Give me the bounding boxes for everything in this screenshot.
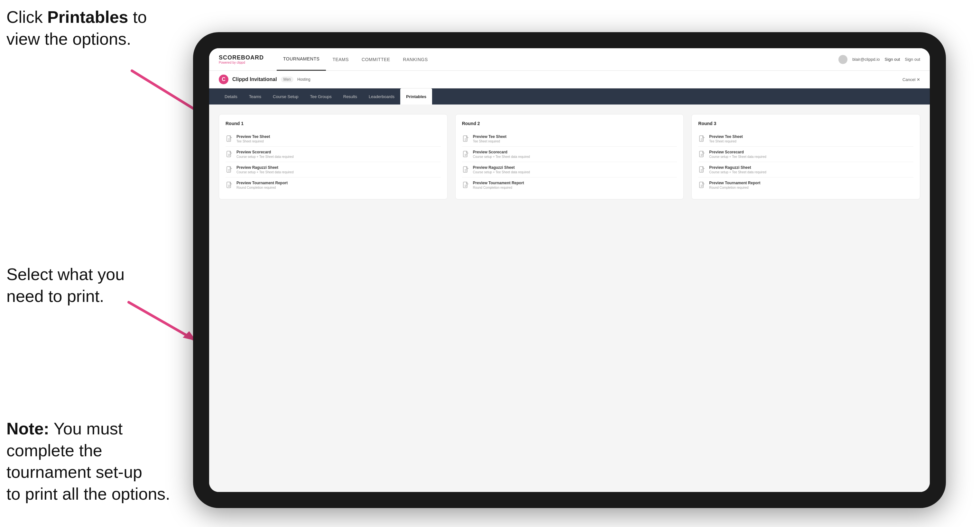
- print-item-subtitle-2-4: Round Completion required: [473, 186, 524, 189]
- print-item-2-4[interactable]: Preview Tournament ReportRound Completio…: [462, 178, 677, 193]
- print-item-1-2[interactable]: Preview ScorecardCourse setup + Tee Shee…: [226, 147, 441, 162]
- tab-leaderboards[interactable]: Leaderboards: [363, 89, 400, 105]
- print-item-2-2[interactable]: Preview ScorecardCourse setup + Tee Shee…: [462, 147, 677, 162]
- round-title-1: Round 1: [226, 121, 441, 126]
- file-icon: [462, 151, 470, 158]
- tab-printables[interactable]: Printables: [400, 89, 432, 105]
- file-icon: [462, 135, 470, 143]
- print-item-subtitle-1-4: Round Completion required: [237, 186, 288, 189]
- print-item-subtitle-3-4: Round Completion required: [709, 186, 760, 189]
- file-icon: [226, 151, 233, 158]
- round-section-3: Round 3 Preview Tee SheetTee Sheet requi…: [691, 114, 920, 199]
- round-title-2: Round 2: [462, 121, 677, 126]
- tournament-status: Hosting: [297, 77, 310, 82]
- annotation-middle: Select what youneed to print.: [6, 264, 124, 307]
- tournament-name: Clippd Invitational: [232, 76, 277, 82]
- nav-item-rankings[interactable]: RANKINGS: [397, 48, 434, 71]
- top-nav-right: blair@clippd.io Sign out Sign out: [838, 55, 920, 64]
- print-item-text-1-2: Preview ScorecardCourse setup + Tee Shee…: [237, 150, 293, 159]
- file-icon: [226, 181, 233, 189]
- file-icon: [462, 166, 470, 174]
- print-item-title-3-4: Preview Tournament Report: [709, 181, 760, 185]
- print-item-subtitle-1-1: Tee Sheet required: [237, 140, 270, 143]
- nav-item-committee[interactable]: COMMITTEE: [355, 48, 397, 71]
- tournament-header: C Clippd Invitational Men Hosting Cancel…: [209, 71, 930, 89]
- round-title-3: Round 3: [698, 121, 913, 126]
- file-icon: [226, 135, 233, 143]
- file-icon: [462, 181, 470, 189]
- print-item-text-2-3: Preview Raguzzi SheetCourse setup + Tee …: [473, 165, 530, 174]
- round-section-2: Round 2 Preview Tee SheetTee Sheet requi…: [455, 114, 684, 199]
- annotation-bottom: Note: You mustcomplete thetournament set…: [6, 418, 170, 505]
- print-item-3-1[interactable]: Preview Tee SheetTee Sheet required: [698, 131, 913, 147]
- print-item-text-2-2: Preview ScorecardCourse setup + Tee Shee…: [473, 150, 530, 159]
- tournament-title-row: C Clippd Invitational Men Hosting: [219, 75, 310, 84]
- print-item-title-1-3: Preview Raguzzi Sheet: [237, 165, 293, 170]
- user-email: blair@clippd.io: [852, 57, 880, 62]
- brand-title: SCOREBOARD: [219, 55, 264, 60]
- sub-nav: Details Teams Course Setup Tee Groups Re…: [209, 89, 930, 105]
- print-item-subtitle-2-2: Course setup + Tee Sheet data required: [473, 155, 530, 159]
- print-item-subtitle-1-3: Course setup + Tee Sheet data required: [237, 170, 293, 174]
- print-item-subtitle-2-1: Tee Sheet required: [473, 140, 507, 143]
- main-nav: TOURNAMENTS TEAMS COMMITTEE RANKINGS: [277, 48, 838, 71]
- print-item-text-3-1: Preview Tee SheetTee Sheet required: [709, 134, 743, 143]
- tab-course-setup[interactable]: Course Setup: [267, 89, 304, 105]
- print-item-text-3-4: Preview Tournament ReportRound Completio…: [709, 181, 760, 189]
- print-item-3-3[interactable]: Preview Raguzzi SheetCourse setup + Tee …: [698, 162, 913, 178]
- annotation-printables-bold: Printables: [47, 8, 128, 26]
- print-item-subtitle-3-1: Tee Sheet required: [709, 140, 743, 143]
- print-item-title-3-1: Preview Tee Sheet: [709, 134, 743, 139]
- print-item-title-2-4: Preview Tournament Report: [473, 181, 524, 185]
- print-item-title-3-3: Preview Raguzzi Sheet: [709, 165, 766, 170]
- tournament-badge: Men: [281, 76, 293, 82]
- brand-subtitle: Powered by clippd: [219, 61, 264, 64]
- print-item-3-4[interactable]: Preview Tournament ReportRound Completio…: [698, 178, 913, 193]
- print-item-title-1-4: Preview Tournament Report: [237, 181, 288, 185]
- file-icon: [698, 151, 706, 158]
- brand: SCOREBOARD Powered by clippd: [219, 55, 264, 64]
- print-item-text-1-4: Preview Tournament ReportRound Completio…: [237, 181, 288, 189]
- print-item-1-1[interactable]: Preview Tee SheetTee Sheet required: [226, 131, 441, 147]
- rounds-grid: Round 1 Preview Tee SheetTee Sheet requi…: [219, 114, 920, 199]
- print-item-2-3[interactable]: Preview Raguzzi SheetCourse setup + Tee …: [462, 162, 677, 178]
- print-item-text-1-1: Preview Tee SheetTee Sheet required: [237, 134, 270, 143]
- top-nav: SCOREBOARD Powered by clippd TOURNAMENTS…: [209, 48, 930, 71]
- print-item-text-3-3: Preview Raguzzi SheetCourse setup + Tee …: [709, 165, 766, 174]
- print-item-subtitle-2-3: Course setup + Tee Sheet data required: [473, 170, 530, 174]
- user-avatar: [838, 55, 848, 64]
- print-item-text-2-4: Preview Tournament ReportRound Completio…: [473, 181, 524, 189]
- print-item-1-4[interactable]: Preview Tournament ReportRound Completio…: [226, 178, 441, 193]
- print-item-title-2-3: Preview Raguzzi Sheet: [473, 165, 530, 170]
- tablet-frame: SCOREBOARD Powered by clippd TOURNAMENTS…: [193, 32, 946, 508]
- tab-results[interactable]: Results: [337, 89, 363, 105]
- main-content: Round 1 Preview Tee SheetTee Sheet requi…: [209, 105, 930, 492]
- nav-item-tournaments[interactable]: TOURNAMENTS: [277, 48, 326, 71]
- print-item-text-2-1: Preview Tee SheetTee Sheet required: [473, 134, 507, 143]
- file-icon: [698, 135, 706, 143]
- print-item-subtitle-3-3: Course setup + Tee Sheet data required: [709, 170, 766, 174]
- file-icon: [698, 166, 706, 174]
- file-icon: [698, 181, 706, 189]
- print-item-title-3-2: Preview Scorecard: [709, 150, 766, 154]
- sign-out-link[interactable]: Sign out: [885, 57, 900, 62]
- sign-out-btn[interactable]: Sign out: [905, 57, 920, 62]
- print-item-text-1-3: Preview Raguzzi SheetCourse setup + Tee …: [237, 165, 293, 174]
- tablet-screen: SCOREBOARD Powered by clippd TOURNAMENTS…: [209, 48, 930, 492]
- print-item-title-1-1: Preview Tee Sheet: [237, 134, 270, 139]
- print-item-2-1[interactable]: Preview Tee SheetTee Sheet required: [462, 131, 677, 147]
- print-item-1-3[interactable]: Preview Raguzzi SheetCourse setup + Tee …: [226, 162, 441, 178]
- tab-tee-groups[interactable]: Tee Groups: [304, 89, 337, 105]
- tab-details[interactable]: Details: [219, 89, 243, 105]
- print-item-subtitle-3-2: Course setup + Tee Sheet data required: [709, 155, 766, 159]
- print-item-text-3-2: Preview ScorecardCourse setup + Tee Shee…: [709, 150, 766, 159]
- nav-item-teams[interactable]: TEAMS: [326, 48, 355, 71]
- cancel-button[interactable]: Cancel ✕: [902, 77, 920, 82]
- file-icon: [226, 166, 233, 174]
- annotation-top: Click Printables toview the options.: [6, 6, 147, 50]
- print-item-title-2-2: Preview Scorecard: [473, 150, 530, 154]
- tournament-logo: C: [219, 75, 228, 84]
- tab-teams[interactable]: Teams: [243, 89, 267, 105]
- print-item-3-2[interactable]: Preview ScorecardCourse setup + Tee Shee…: [698, 147, 913, 162]
- round-section-1: Round 1 Preview Tee SheetTee Sheet requi…: [219, 114, 447, 199]
